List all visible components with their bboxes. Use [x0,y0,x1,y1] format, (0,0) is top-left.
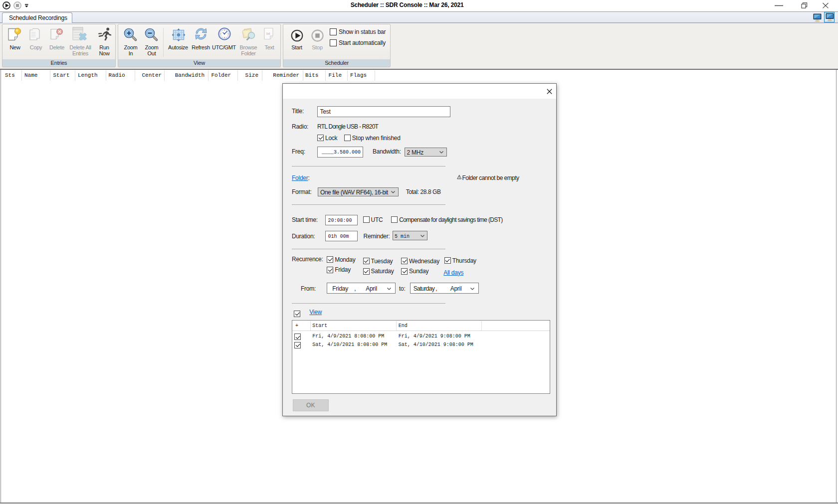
svg-text:txt: txt [266,32,270,35]
